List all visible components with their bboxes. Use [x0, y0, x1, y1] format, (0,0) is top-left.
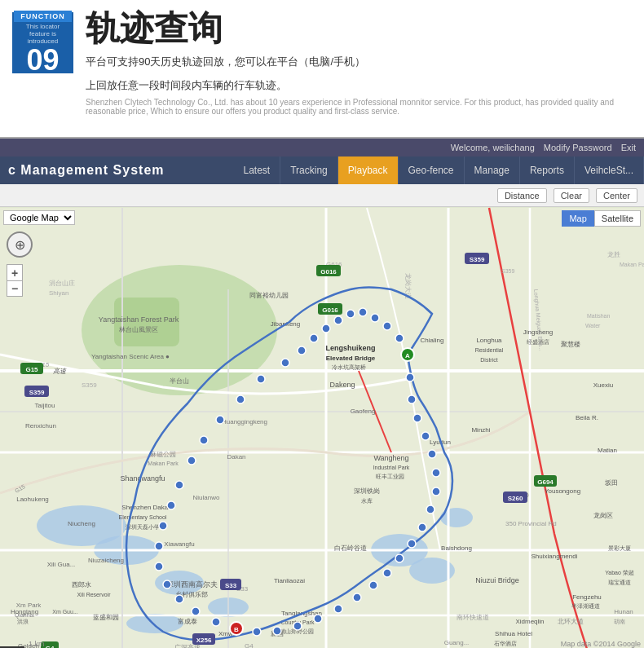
svg-text:Xili Reservoir: Xili Reservoir — [77, 592, 111, 597]
compass-control[interactable]: ⊕ — [7, 231, 33, 258]
svg-point-136 — [212, 618, 220, 626]
satellite-button[interactable]: Satellite — [594, 210, 641, 227]
svg-point-129 — [167, 501, 175, 509]
svg-text:半台山: 半台山 — [170, 377, 189, 385]
svg-point-113 — [395, 334, 404, 342]
svg-text:深圳天磊小学: 深圳天磊小学 — [126, 524, 160, 530]
svg-point-148 — [418, 523, 426, 531]
svg-text:涓台山庄: 涓台山庄 — [49, 280, 75, 287]
top-bar: Welcome, weilichang Modify Password Exit — [0, 139, 644, 156]
svg-text:Industrial Park: Industrial Park — [373, 465, 410, 470]
svg-text:Yangtaishan Scenic Area ●: Yangtaishan Scenic Area ● — [91, 353, 170, 360]
svg-text:Taijitou: Taijitou — [35, 402, 55, 409]
svg-text:Guang...: Guang... — [444, 639, 470, 646]
tab-tracking[interactable]: Tracking — [280, 156, 338, 184]
svg-text:冷水坑高架桥: 冷水坑高架桥 — [332, 364, 366, 371]
svg-text:S359: S359 — [470, 256, 485, 263]
svg-text:Shihua Hotel: Shihua Hotel — [495, 630, 532, 637]
distance-button[interactable]: Distance — [497, 188, 547, 203]
svg-text:Dakeng: Dakeng — [329, 381, 355, 389]
svg-text:Shenzhen Dakan: Shenzhen Dakan — [121, 504, 171, 511]
svg-point-153 — [421, 432, 430, 440]
svg-text:石华酒店: 石华酒店 — [494, 641, 517, 646]
nav-bar: c Management System Latest Tracking Play… — [0, 156, 644, 184]
svg-text:G4: G4 — [245, 642, 254, 648]
tab-reports[interactable]: Reports — [520, 156, 575, 184]
svg-text:Honglang: Honglang — [11, 608, 38, 615]
function-intro: This locator feature is introduced — [14, 22, 72, 46]
map-top-controls: Google Map — [3, 210, 75, 225]
svg-point-155 — [408, 395, 416, 403]
svg-text:S33: S33 — [225, 582, 237, 589]
svg-point-130 — [159, 522, 167, 530]
svg-text:北环大道: 北环大道 — [558, 618, 584, 625]
zoom-controls: + − — [7, 264, 23, 297]
svg-text:Hunan: Hunan — [614, 608, 633, 615]
svg-text:Renxichun: Renxichun — [25, 422, 56, 430]
svg-text:350 Provincial Rd: 350 Provincial Rd — [505, 520, 557, 527]
exit-link[interactable]: Exit — [621, 143, 636, 152]
modify-password-link[interactable]: Modify Password — [544, 143, 612, 152]
svg-text:Elevated Bridge: Elevated Bridge — [326, 355, 376, 362]
tab-manage[interactable]: Manage — [465, 156, 520, 184]
svg-point-149 — [426, 505, 434, 514]
tab-latest[interactable]: Latest — [234, 156, 281, 184]
svg-point-116 — [359, 308, 367, 316]
svg-text:B: B — [234, 626, 239, 633]
svg-text:S260: S260 — [508, 495, 523, 502]
map-container[interactable]: Google Map Map Satellite ⊕ + − — [0, 207, 644, 648]
svg-text:Wangheng: Wangheng — [373, 454, 408, 462]
svg-point-156 — [406, 373, 414, 381]
svg-text:龙岗区: 龙岗区 — [593, 512, 613, 519]
svg-point-128 — [175, 481, 183, 489]
svg-text:Xili Gua...: Xili Gua... — [47, 561, 76, 568]
function-number: 09 — [26, 46, 59, 75]
svg-point-141 — [314, 615, 322, 623]
svg-text:Baishdong: Baishdong — [441, 544, 472, 552]
svg-text:G694: G694 — [537, 478, 554, 486]
svg-text:Xidmeqlin: Xidmeqlin — [515, 618, 544, 625]
nav-tabs: Latest Tracking Playback Geo-fence Manag… — [234, 156, 644, 184]
svg-text:Xuexiu: Xuexiu — [593, 381, 613, 389]
svg-point-139 — [273, 627, 281, 635]
svg-point-144 — [369, 581, 377, 589]
svg-text:南环快速道: 南环快速道 — [457, 614, 489, 621]
svg-point-126 — [200, 436, 208, 444]
svg-text:G4: G4 — [46, 645, 55, 648]
center-button[interactable]: Center — [596, 188, 637, 203]
map-selector[interactable]: Google Map — [3, 210, 75, 225]
svg-text:Minzhi: Minzhi — [471, 426, 490, 434]
svg-point-125 — [216, 416, 224, 424]
svg-point-127 — [187, 456, 196, 465]
tab-geo-fence[interactable]: Geo-fence — [399, 156, 465, 184]
svg-text:Gaofeng: Gaofeng — [351, 408, 376, 415]
svg-text:麻磁公园: 麻磁公园 — [150, 451, 176, 458]
svg-text:旺丰工业园: 旺丰工业园 — [376, 474, 404, 479]
svg-point-132 — [155, 562, 163, 571]
svg-point-119 — [322, 324, 330, 333]
svg-point-138 — [253, 628, 261, 636]
svg-text:Tianliaozai: Tianliaozai — [274, 577, 305, 584]
svg-text:坂田: 坂田 — [604, 479, 618, 487]
map-button[interactable]: Map — [562, 210, 593, 227]
svg-text:Xiawangfu: Xiawangfu — [164, 540, 194, 548]
function-label: FUNCTION — [14, 11, 72, 22]
svg-point-118 — [334, 316, 342, 324]
svg-text:蓝盛和园: 蓝盛和园 — [93, 614, 119, 621]
svg-point-145 — [383, 569, 391, 577]
svg-text:Lengshuikeng: Lengshuikeng — [325, 344, 375, 352]
welcome-text: Welcome, weilichang — [451, 143, 535, 152]
svg-point-154 — [413, 414, 421, 422]
svg-text:高速: 高速 — [53, 368, 67, 375]
svg-point-121 — [298, 346, 306, 355]
tab-playback[interactable]: Playback — [338, 156, 399, 184]
zoom-out-button[interactable]: − — [7, 280, 23, 297]
svg-text:Niuzui Bridge: Niuzui Bridge — [475, 576, 519, 584]
svg-text:Matishan: Matishan — [587, 313, 611, 319]
svg-text:聚慧楼: 聚慧楼 — [561, 341, 580, 348]
svg-text:景彩大厦: 景彩大厦 — [608, 545, 631, 552]
clear-button[interactable]: Clear — [554, 188, 589, 203]
svg-point-131 — [155, 542, 163, 550]
tab-vehicle-status[interactable]: VeihcleSt... — [575, 156, 644, 184]
zoom-in-button[interactable]: + — [7, 264, 23, 280]
